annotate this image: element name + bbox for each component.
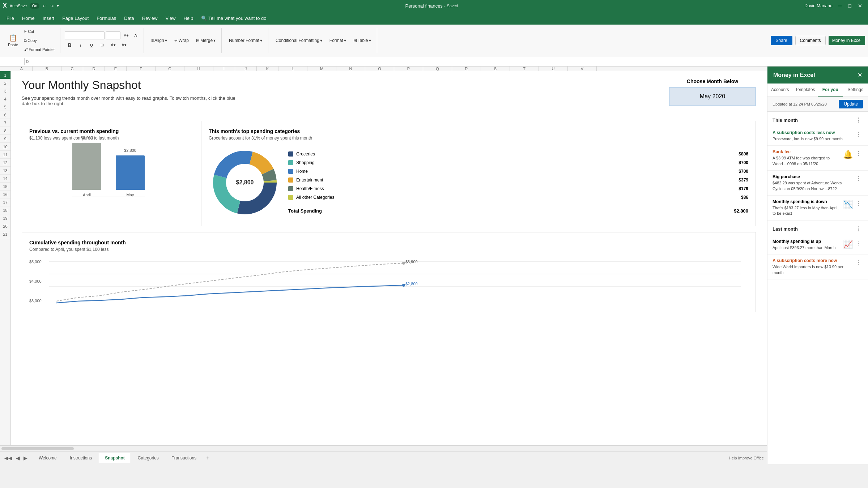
col-m[interactable]: M <box>307 67 336 71</box>
panel-tab-accounts[interactable]: Accounts <box>767 84 793 97</box>
col-a[interactable]: A <box>11 67 33 71</box>
col-t[interactable]: T <box>510 67 539 71</box>
col-n[interactable]: N <box>336 67 365 71</box>
row-3[interactable]: 3 <box>0 87 10 95</box>
row-13[interactable]: 13 <box>0 167 10 175</box>
col-f[interactable]: F <box>127 67 156 71</box>
money-in-excel-ribbon-btn[interactable]: Money in Excel <box>829 36 865 45</box>
copy-btn[interactable]: ⧉ Copy <box>22 37 57 44</box>
tab-categories[interactable]: Categories <box>132 453 165 463</box>
tell-me[interactable]: 🔍 Tell me what you want to do <box>201 16 266 21</box>
row-10[interactable]: 10 <box>0 143 10 151</box>
col-i[interactable]: I <box>213 67 235 71</box>
row-11[interactable]: 11 <box>0 151 10 159</box>
comments-btn[interactable]: Comments <box>795 36 826 45</box>
bold-btn[interactable]: B <box>65 41 75 50</box>
scroll-thumb[interactable] <box>1 447 74 450</box>
row-16[interactable]: 16 <box>0 191 10 198</box>
maximize-btn[interactable]: □ <box>846 2 854 9</box>
horizontal-scrollbar[interactable] <box>0 445 767 451</box>
menu-formulas[interactable]: Formulas <box>93 13 120 23</box>
col-h[interactable]: H <box>184 67 213 71</box>
panel-tab-templates[interactable]: Templates <box>793 84 818 97</box>
paste-btn[interactable]: 📋 Paste <box>6 33 20 48</box>
menu-help[interactable]: Help <box>180 13 197 23</box>
col-g[interactable]: G <box>156 67 184 71</box>
wrap-btn[interactable]: ↵ Wrap <box>171 37 192 44</box>
row-21[interactable]: 21 <box>0 230 10 238</box>
row-14[interactable]: 14 <box>0 175 10 183</box>
menu-data[interactable]: Data <box>120 13 137 23</box>
tab-nav-prev[interactable]: ◀ <box>14 454 21 462</box>
col-p[interactable]: P <box>394 67 423 71</box>
minimize-btn[interactable]: ─ <box>835 2 845 9</box>
italic-btn[interactable]: I <box>76 42 86 49</box>
number-format-btn[interactable]: Number Format ▾ <box>226 37 265 44</box>
panel-tab-for-you[interactable]: For you <box>818 84 843 97</box>
this-month-menu[interactable]: ⋮ <box>854 116 863 124</box>
col-v[interactable]: V <box>568 67 597 71</box>
menu-page-layout[interactable]: Page Layout <box>59 13 92 23</box>
tab-welcome[interactable]: Welcome <box>33 453 63 463</box>
underline-btn[interactable]: U <box>86 42 97 49</box>
menu-review[interactable]: Review <box>139 13 161 23</box>
item-subscription-less-menu[interactable]: ⋮ <box>854 130 863 138</box>
font-grow-btn[interactable]: A+ <box>122 33 131 38</box>
panel-scroll[interactable]: This month ⋮ A subscription costs less n… <box>767 112 868 464</box>
row-17[interactable]: 17 <box>0 198 10 206</box>
border-btn[interactable]: ⊞ <box>97 41 107 49</box>
undo-btn[interactable]: ↩ <box>42 3 47 9</box>
row-8[interactable]: 8 <box>0 127 10 135</box>
col-e[interactable]: E <box>105 67 127 71</box>
font-name-input[interactable]: Calibri <box>65 31 105 39</box>
tab-nav-next[interactable]: ▶ <box>22 454 29 462</box>
update-btn[interactable]: Update <box>839 100 863 108</box>
menu-insert[interactable]: Insert <box>39 13 58 23</box>
font-size-input[interactable]: 11 <box>106 31 120 39</box>
row-1[interactable]: 1 <box>0 71 10 79</box>
row-15[interactable]: 15 <box>0 183 10 191</box>
month-selector[interactable]: May 2020 <box>669 87 756 106</box>
merge-btn[interactable]: ⊟ Merge ▾ <box>193 37 218 44</box>
row-4[interactable]: 4 <box>0 95 10 103</box>
format-painter-btn[interactable]: 🖌 Format Painter <box>22 46 57 53</box>
panel-tab-settings[interactable]: Settings <box>843 84 868 97</box>
col-c[interactable]: C <box>61 67 83 71</box>
menu-view[interactable]: View <box>162 13 179 23</box>
share-btn[interactable]: Share <box>771 36 792 45</box>
fill-color-btn[interactable]: A▾ <box>108 41 118 49</box>
col-d[interactable]: D <box>83 67 105 71</box>
item-spending-up-menu[interactable]: ⋮ <box>854 239 863 247</box>
font-color-btn[interactable]: A▾ <box>119 41 129 49</box>
cell-reference[interactable]: A1 <box>3 58 25 65</box>
col-b[interactable]: B <box>33 67 61 71</box>
autosave-toggle[interactable]: On <box>30 3 39 9</box>
item-subscription-more-menu[interactable]: ⋮ <box>854 258 863 266</box>
last-month-menu[interactable]: ⋮ <box>854 225 863 233</box>
font-shrink-btn[interactable]: A- <box>132 33 141 38</box>
row-18[interactable]: 18 <box>0 206 10 214</box>
row-12[interactable]: 12 <box>0 159 10 167</box>
col-k[interactable]: K <box>257 67 278 71</box>
customize-btn[interactable]: ▾ <box>57 3 59 8</box>
row-6[interactable]: 6 <box>0 111 10 119</box>
cut-btn[interactable]: ✂ Cut <box>22 28 57 35</box>
row-20[interactable]: 20 <box>0 222 10 230</box>
col-q[interactable]: Q <box>423 67 452 71</box>
item-bank-fee-menu[interactable]: ⋮ <box>854 149 863 158</box>
tab-nav-first[interactable]: ◀◀ <box>3 454 14 462</box>
col-u[interactable]: U <box>539 67 568 71</box>
row-9[interactable]: 9 <box>0 135 10 143</box>
col-s[interactable]: S <box>481 67 510 71</box>
table-btn[interactable]: ⊞ Table ▾ <box>350 37 374 44</box>
menu-file[interactable]: File <box>3 13 18 23</box>
close-btn[interactable]: ✕ <box>855 2 865 9</box>
tab-instructions[interactable]: Instructions <box>64 453 98 463</box>
row-7[interactable]: 7 <box>0 119 10 127</box>
col-r[interactable]: R <box>452 67 481 71</box>
formula-input[interactable] <box>31 58 865 65</box>
align-btn[interactable]: ≡ Align ▾ <box>148 37 170 44</box>
conditional-formatting-btn[interactable]: Conditional Formatting ▾ <box>273 37 325 44</box>
item-spending-down-menu[interactable]: ⋮ <box>854 199 863 207</box>
tab-snapshot[interactable]: Snapshot <box>99 453 131 463</box>
